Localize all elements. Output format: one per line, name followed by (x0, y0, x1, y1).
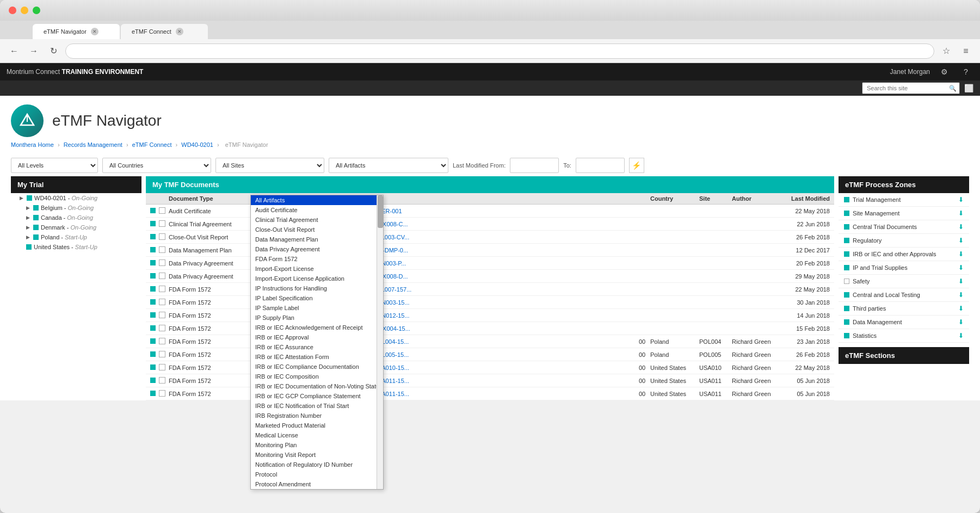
maximize-button[interactable] (33, 7, 40, 14)
zone-statistics[interactable]: Statistics ⬇ (839, 329, 969, 343)
zone-data-management[interactable]: Data Management ⬇ (839, 316, 969, 329)
close-button[interactable] (9, 7, 16, 14)
row-checkbox[interactable] (159, 390, 165, 397)
tree-item-canada[interactable]: ▶ Canada - On-Going (11, 213, 141, 222)
artifact-dropdown[interactable]: All Artifacts Audit Certificate Clinical… (250, 195, 384, 490)
dropdown-item-cta[interactable]: Clinical Trial Agreement (251, 215, 383, 225)
zone-trial-management[interactable]: Trial Management ⬇ (839, 193, 969, 207)
table-row[interactable]: Data Privacy Agreement DPA SPRA-WD40-020… (146, 257, 834, 270)
tab-close-2[interactable]: ✕ (176, 28, 183, 35)
dropdown-item-irb-compliance[interactable]: IRB or IEC Compliance Documentation (251, 362, 383, 372)
table-row[interactable]: Data Privacy Agreement data privacy agre… (146, 270, 834, 283)
table-row[interactable]: FDA Form 1572 1572 SPRA-WD40-0201-DMX004… (146, 322, 834, 335)
dropdown-item-ip-label[interactable]: IP Label Specification (251, 293, 383, 303)
table-row[interactable]: Clinical Trial Agreement CTA SPRA-WD40-0… (146, 218, 834, 231)
zone-central-trial-docs[interactable]: Central Trial Documents ⬇ (839, 220, 969, 234)
bookmark-button[interactable]: ☆ (939, 44, 954, 59)
dropdown-scrollbar[interactable] (377, 195, 383, 489)
dropdown-item-notif-reg[interactable]: Notification of Regulatory ID Number (251, 460, 383, 469)
breadcrumb-etmf-connect[interactable]: eTMF Connect (132, 141, 172, 148)
dropdown-item-ip-supply[interactable]: IP Supply Plan (251, 313, 383, 323)
tab-etmf-navigator[interactable]: eTMF Navigator ✕ (33, 24, 120, 39)
tree-item-belgium[interactable]: ▶ Belgium - On-Going (11, 203, 141, 213)
table-row[interactable]: Close-Out Visit Report Test Reg Publishi… (146, 231, 834, 244)
menu-button[interactable]: ≡ (958, 44, 973, 59)
dropdown-item-closeout[interactable]: Close-Out Visit Report (251, 225, 383, 234)
table-row[interactable]: FDA Form 1572 1572 SPRA-WD40-0201-POL004… (146, 335, 834, 348)
forward-button[interactable]: → (26, 44, 41, 59)
zone-link-icon-third[interactable]: ⬇ (958, 305, 964, 312)
dropdown-item-irb-approval[interactable]: IRB or IEC Approval (251, 332, 383, 342)
table-row[interactable]: Audit Certificate Audit Certificate SPRA… (146, 205, 834, 218)
filter-action-button[interactable]: ⚡ (629, 158, 644, 173)
zone-third-parties[interactable]: Third parties ⬇ (839, 302, 969, 316)
zone-link-icon-safety[interactable]: ⬇ (958, 277, 964, 285)
tree-item-wd40[interactable]: ▶ WD40-0201 - On-Going (11, 193, 141, 203)
dropdown-item-import-export[interactable]: Import-Export License (251, 264, 383, 274)
table-row[interactable]: Data Management Plan Data Management Pla… (146, 244, 834, 257)
levels-filter[interactable]: All Levels (11, 158, 98, 173)
dropdown-item-irb-assurance[interactable]: IRB or IEC Assurance (251, 342, 383, 352)
dropdown-item-monitoring-visit[interactable]: Monitoring Visit Report (251, 450, 383, 460)
dropdown-item-irb-composition[interactable]: IRB or IEC Composition (251, 372, 383, 381)
dropdown-item-irb-attestation[interactable]: IRB or IEC Attestation Form (251, 352, 383, 362)
zone-ip-trial-supplies[interactable]: IP and Trial Supplies ⬇ (839, 261, 969, 275)
dropdown-item-irb-gcp[interactable]: IRB or IEC GCP Compliance Statement (251, 391, 383, 401)
date-to-input[interactable] (576, 158, 625, 173)
zone-link-icon-irb[interactable]: ⬇ (958, 250, 964, 258)
dropdown-item-dpa[interactable]: Data Privacy Agreement (251, 244, 383, 254)
tab-etmf-connect[interactable]: eTMF Connect ✕ (121, 24, 208, 39)
row-checkbox[interactable] (159, 233, 165, 240)
minimize-button[interactable] (21, 7, 28, 14)
dropdown-item-irb-nonvoting[interactable]: IRB or IEC Documentation of Non-Voting S… (251, 381, 383, 391)
table-row[interactable]: FDA Form 1572 1572 SPRA-WD40-0201-CAN012… (146, 309, 834, 322)
breadcrumb-records[interactable]: Records Management (64, 141, 122, 148)
dropdown-item-protocol[interactable]: Protocol (251, 469, 383, 479)
row-checkbox[interactable] (159, 299, 165, 305)
zone-central-local-testing[interactable]: Central and Local Testing ⬇ (839, 288, 969, 302)
dropdown-item-monitoring-plan[interactable]: Monitoring Plan (251, 440, 383, 450)
row-checkbox[interactable] (159, 312, 165, 318)
table-row[interactable]: FDA Form 1572 1572 SPRA-WD40-0201-USA010… (146, 361, 834, 374)
breadcrumb-wd40[interactable]: WD40-0201 (181, 141, 213, 148)
dropdown-item-medical-license[interactable]: Medical License (251, 430, 383, 440)
countries-filter[interactable]: All Countries (102, 158, 211, 173)
zone-link-icon-data[interactable]: ⬇ (958, 318, 964, 326)
zone-link-icon-central[interactable]: ⬇ (958, 223, 964, 231)
dropdown-item-dmp[interactable]: Data Management Plan (251, 234, 383, 244)
zone-site-management[interactable]: Site Management ⬇ (839, 207, 969, 220)
tree-item-poland[interactable]: ▶ Poland - Start-Up (11, 232, 141, 242)
refresh-button[interactable]: ↻ (46, 44, 61, 59)
back-button[interactable]: ← (7, 44, 22, 59)
dropdown-item-ip-sample[interactable]: IP Sample Label (251, 303, 383, 313)
row-checkbox[interactable] (159, 246, 165, 253)
expand-icon[interactable]: ⬜ (964, 84, 973, 92)
row-checkbox[interactable] (159, 273, 165, 279)
settings-icon[interactable]: ⚙ (936, 64, 952, 79)
zone-link-icon-ip[interactable]: ⬇ (958, 264, 964, 271)
dropdown-item-protocol-amend[interactable]: Protocol Amendment (251, 479, 383, 489)
sites-filter[interactable]: All Sites (215, 158, 324, 173)
zone-safety[interactable]: Safety ⬇ (839, 275, 969, 288)
row-checkbox[interactable] (159, 338, 165, 344)
table-row[interactable]: FDA Form 1572 1572 SPRA-WD40-0201-USA011… (146, 374, 834, 387)
dropdown-item-import-export-app[interactable]: Import-Export License Application (251, 274, 383, 283)
zone-irb[interactable]: IRB or IEC and other Approvals ⬇ (839, 248, 969, 261)
zone-regulatory[interactable]: Regulatory ⬇ (839, 234, 969, 248)
table-row[interactable]: FDA Form 1572 1572 SPRA-WD40-0201-CAN003… (146, 296, 834, 309)
zone-link-icon-site[interactable]: ⬇ (958, 209, 964, 217)
address-bar[interactable] (65, 44, 934, 59)
row-checkbox[interactable] (159, 220, 165, 227)
table-row[interactable]: FDA Form 1572 1572 SPRA-WD40-0201-USA011… (146, 387, 834, 400)
dropdown-item-irb-notif[interactable]: IRB or IEC Notification of Trial Start (251, 401, 383, 411)
dropdown-item-irb-regnum[interactable]: IRB Registration Number (251, 411, 383, 421)
zone-link-icon-trial[interactable]: ⬇ (958, 196, 964, 203)
help-icon[interactable]: ? (958, 64, 973, 79)
row-checkbox[interactable] (159, 286, 165, 292)
dropdown-item-audit-cert[interactable]: Audit Certificate (251, 205, 383, 215)
breadcrumb-home[interactable]: Monthera Home (11, 141, 54, 148)
dropdown-item-ip-instructions[interactable]: IP Instructions for Handling (251, 283, 383, 293)
dropdown-item-irb-ack[interactable]: IRB or IEC Acknowledgement of Receipt (251, 323, 383, 332)
zone-link-icon-testing[interactable]: ⬇ (958, 291, 964, 299)
zone-link-icon-regulatory[interactable]: ⬇ (958, 237, 964, 244)
